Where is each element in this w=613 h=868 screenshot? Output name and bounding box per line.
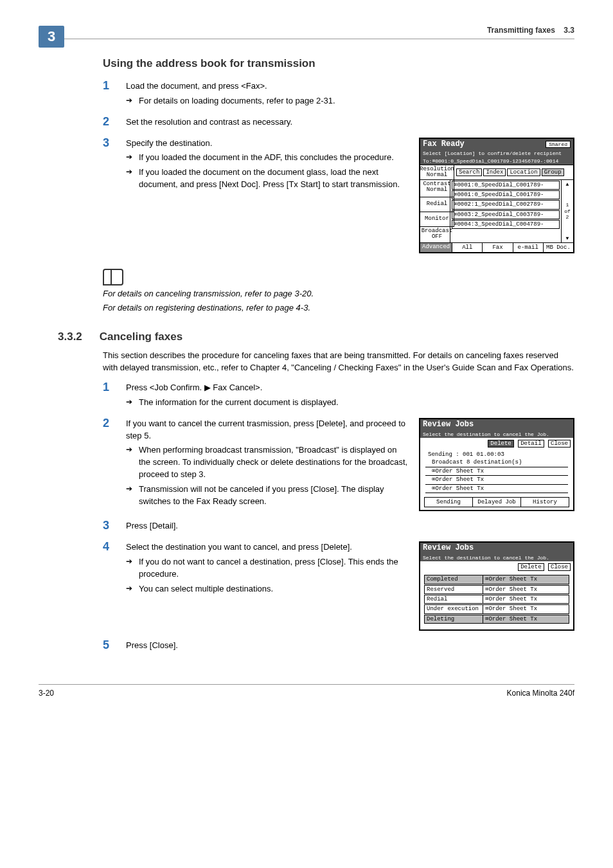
sending-tab[interactable]: Sending — [425, 498, 473, 507]
status-row[interactable]: Completed⌧Order Sheet Tx — [424, 575, 569, 584]
status-row[interactable]: Redial⌧Order Sheet Tx — [424, 595, 569, 604]
page-indicator: 1 of 2 — [564, 202, 571, 220]
screen-subtitle: Select [Location] to confirm/delete reci… — [420, 150, 573, 157]
section-number: 3.3.2 — [58, 330, 96, 343]
review-jobs-detail-screen: Review Jobs Select the destination to ca… — [419, 541, 574, 631]
status-row[interactable]: Deleting⌧Order Sheet Tx — [424, 615, 569, 624]
screen-to-line: To:⌧0001:0_SpeedDial_C001789-123456789-:… — [420, 158, 573, 165]
sub-step: The information for the current document… — [126, 397, 574, 409]
sub-step: For details on loading documents, refer … — [126, 95, 574, 107]
fax-ready-screen: Fax Ready Shared Select [Location] to co… — [419, 138, 574, 254]
note-icon — [103, 269, 123, 285]
sub-step: Transmission will not be canceled if you… — [126, 484, 410, 508]
step-number: 3 — [103, 519, 109, 532]
step-text: Set the resolution and contrast as neces… — [126, 116, 574, 129]
page-footer: 3-20 Konica Minolta 240f — [39, 684, 574, 698]
speed-dial-entry[interactable]: ⌧0002:1_SpeedDial_C002789- — [452, 200, 560, 209]
step-text: Press <Job Confirm. ▶ Fax Cancel>. — [126, 382, 574, 394]
job-line[interactable]: ⌧Order Sheet Tx — [425, 476, 568, 484]
screen-subtitle: Select the destination to cancel the Job… — [420, 431, 573, 438]
delete-button[interactable]: Delete — [488, 440, 513, 448]
step-text: Press [Close]. — [126, 640, 574, 652]
delete-button[interactable]: Delete — [518, 563, 544, 571]
step-text: Select the destination you want to cance… — [126, 541, 410, 554]
search-tab[interactable]: Search — [456, 168, 482, 176]
job-line[interactable]: Broadcast 8 destination(s) — [425, 458, 568, 467]
step-number: 4 — [103, 540, 109, 554]
sub-step: If you do not want to cancel a destinati… — [126, 556, 410, 581]
review-jobs-screen: Review Jobs Select the destination to ca… — [419, 418, 574, 511]
scroll-up-icon[interactable]: ▲ — [566, 181, 569, 187]
job-header: Sending : 001 01.00:03 — [425, 451, 568, 458]
page-number: 3-20 — [39, 689, 54, 698]
section-heading-2: 3.3.2 Canceling faxes — [103, 330, 574, 343]
all-tab[interactable]: All — [452, 243, 483, 252]
speed-dial-entry[interactable]: ⌧0001:0_SpeedDial_C001789- — [452, 190, 560, 199]
speed-dial-entry[interactable]: ⌧0004:3_SpeedDial_C004789- — [452, 220, 560, 229]
sub-step: You can select multiple destinations. — [126, 583, 410, 595]
close-button[interactable]: Close — [548, 563, 571, 571]
sub-step: When performing broadcast transmission, … — [126, 444, 410, 481]
product-name: Konica Minolta 240f — [507, 689, 574, 698]
note-text: For details on canceling transmission, r… — [103, 288, 574, 300]
header-section: 3.3 — [564, 26, 574, 35]
page-header: Transmitting faxes 3.3 — [39, 26, 574, 39]
mbdoc-tab[interactable]: MB Doc. — [544, 243, 573, 252]
section-title-1: Using the address book for transmission — [103, 57, 574, 70]
step-text: Load the document, and press <Fax>. — [126, 80, 574, 93]
status-row[interactable]: Reserved⌧Order Sheet Tx — [424, 585, 569, 594]
screen-title: Fax Ready — [423, 140, 465, 149]
step-number: 1 — [103, 79, 109, 93]
speed-dial-entry[interactable]: ⌧0001:0_SpeedDial_C001789- — [452, 181, 560, 190]
sub-step: If you loaded the document on the docume… — [126, 167, 410, 191]
screen-title: Review Jobs — [423, 544, 474, 553]
detail-button[interactable]: Detail — [518, 440, 544, 448]
scroll-down-icon[interactable]: ▼ — [566, 235, 569, 241]
monitor-button[interactable]: Monitor — [420, 212, 454, 227]
history-tab[interactable]: History — [521, 498, 569, 507]
step-number: 5 — [103, 638, 109, 652]
resolution-button[interactable]: ResolutionNormal — [420, 165, 454, 179]
intro-paragraph: This section describes the procedure for… — [103, 350, 574, 374]
sub-step: If you loaded the document in the ADF, t… — [126, 152, 410, 164]
step-number: 1 — [103, 381, 109, 394]
location-tab[interactable]: Location — [507, 168, 540, 176]
advanced-button[interactable]: Advanced — [420, 243, 452, 252]
step-number: 3 — [103, 136, 109, 150]
chapter-badge: 3 — [39, 26, 64, 48]
status-row[interactable]: Under execution⌧Order Sheet Tx — [424, 604, 569, 613]
group-tab[interactable]: Group — [542, 168, 564, 176]
email-tab[interactable]: e-mail — [513, 243, 544, 252]
fax-tab[interactable]: Fax — [483, 243, 513, 252]
screen-subtitle: Select the destination to cancel the Job… — [420, 554, 573, 561]
contrast-button[interactable]: ContrastNormal — [420, 180, 454, 197]
screen-title: Review Jobs — [423, 420, 474, 429]
note-text: For details on registering destinations,… — [103, 302, 574, 314]
header-title: Transmitting faxes — [487, 26, 555, 35]
index-tab[interactable]: Index — [483, 168, 506, 176]
speed-dial-entry[interactable]: ⌧0003:2_SpeedDial_C003789- — [452, 210, 560, 219]
step-text: Press [Detail]. — [126, 520, 574, 532]
step-number: 2 — [103, 115, 109, 129]
step-text: Specify the destination. — [126, 138, 410, 150]
job-line[interactable]: ⌧Order Sheet Tx — [425, 467, 568, 476]
close-button[interactable]: Close — [548, 440, 571, 448]
shared-button[interactable]: Shared — [546, 141, 571, 148]
job-line[interactable]: ⌧Order Sheet Tx — [425, 485, 568, 493]
delayed-job-tab[interactable]: Delayed Job — [473, 498, 521, 507]
redial-button[interactable]: Redial — [420, 197, 454, 212]
step-text: If you want to cancel the current trasmi… — [126, 418, 410, 442]
broadcast-button[interactable]: BroadcastOFF — [420, 227, 454, 242]
step-number: 2 — [103, 417, 109, 430]
